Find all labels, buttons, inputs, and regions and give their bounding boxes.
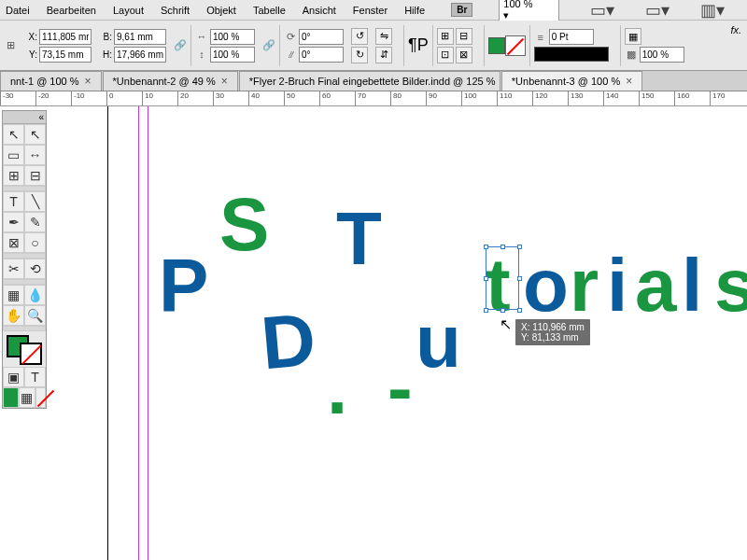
type-tool[interactable]: T bbox=[3, 191, 24, 212]
pen-tool[interactable]: ✒ bbox=[3, 212, 24, 232]
canvas-letter[interactable]: i bbox=[607, 243, 627, 329]
formatting-text-button[interactable]: T bbox=[24, 367, 46, 387]
apply-none-button[interactable] bbox=[35, 387, 46, 408]
height-input[interactable] bbox=[114, 47, 166, 63]
arrange-icon[interactable]: ▥▾ bbox=[700, 0, 725, 21]
rotate-input[interactable] bbox=[299, 29, 344, 45]
rotate-icon: ⟳ bbox=[284, 30, 297, 43]
gap-tool[interactable]: ↔ bbox=[24, 145, 46, 165]
apply-color-button[interactable] bbox=[3, 387, 19, 408]
canvas-letter[interactable]: a bbox=[635, 243, 677, 329]
fx-button[interactable]: fx. bbox=[730, 24, 741, 35]
align-button-2[interactable]: ⊟ bbox=[456, 28, 472, 45]
menu-objekt[interactable]: Objekt bbox=[206, 5, 236, 16]
canvas-letter[interactable]: - bbox=[388, 345, 413, 431]
y-input[interactable] bbox=[39, 47, 92, 63]
stroke-weight-icon: ≡ bbox=[534, 31, 547, 44]
menu-ansicht[interactable]: Ansicht bbox=[303, 5, 336, 16]
close-icon[interactable]: × bbox=[221, 75, 228, 88]
tab-4[interactable]: *Unbenannt-3 @ 100 %× bbox=[501, 71, 642, 91]
close-icon[interactable]: × bbox=[85, 75, 92, 88]
panel-collapse-icon[interactable]: « bbox=[3, 111, 46, 124]
coordinates-tooltip: X: 110,966 mmY: 81,133 mm bbox=[515, 319, 590, 345]
hand-tool[interactable]: ✋ bbox=[3, 305, 24, 326]
canvas-letter[interactable]: T bbox=[336, 196, 382, 282]
stroke-weight-input[interactable] bbox=[549, 29, 594, 45]
reference-point-icon[interactable]: ⊞ bbox=[4, 39, 17, 52]
canvas-letter[interactable]: r bbox=[570, 243, 599, 329]
tab-2[interactable]: *Unbenannt-2 @ 49 %× bbox=[103, 71, 238, 91]
rectangle-frame-tool[interactable]: ⊠ bbox=[3, 232, 24, 253]
menu-tabelle[interactable]: Tabelle bbox=[253, 5, 286, 16]
menu-fenster[interactable]: Fenster bbox=[353, 5, 388, 16]
selection-bounding-box[interactable] bbox=[486, 246, 519, 310]
shear-input[interactable] bbox=[299, 47, 344, 63]
canvas-letter[interactable]: s bbox=[714, 243, 747, 329]
scissors-tool[interactable]: ✂ bbox=[3, 259, 24, 279]
canvas-letter[interactable]: . bbox=[327, 345, 347, 431]
stroke-swatch[interactable] bbox=[505, 35, 526, 56]
pencil-tool[interactable]: ✎ bbox=[24, 212, 46, 232]
h-label: H: bbox=[99, 49, 112, 60]
transform-tool[interactable]: ⟲ bbox=[24, 259, 46, 279]
opacity-input[interactable] bbox=[640, 47, 684, 63]
flip-v-button[interactable]: ⇵ bbox=[375, 47, 392, 63]
w-label: B: bbox=[99, 32, 112, 42]
menu-layout[interactable]: Layout bbox=[113, 5, 144, 16]
stroke-style-select[interactable] bbox=[534, 47, 609, 62]
page-edge-guide bbox=[107, 106, 108, 560]
flip-h-button[interactable]: ⇋ bbox=[375, 28, 392, 45]
gradient-tool[interactable]: ▦ bbox=[3, 285, 24, 305]
align-button-4[interactable]: ⊠ bbox=[456, 47, 472, 63]
view-mode-icon[interactable]: ▭▾ bbox=[590, 0, 614, 21]
formatting-container-button[interactable]: ▣ bbox=[3, 367, 24, 387]
canvas-letter[interactable]: P bbox=[159, 243, 208, 329]
scale-y-input[interactable] bbox=[210, 47, 255, 63]
constrain-proportions-icon[interactable]: 🔗 bbox=[174, 39, 187, 52]
margin-guide[interactable] bbox=[138, 106, 139, 560]
page-tool[interactable]: ▭ bbox=[3, 145, 24, 165]
fill-stroke-control[interactable] bbox=[3, 331, 46, 367]
canvas[interactable]: PSD.T-utorials↖X: 110,966 mmY: 81,133 mm bbox=[0, 106, 747, 560]
menu-datei[interactable]: Datei bbox=[6, 5, 30, 16]
menu-hilfe[interactable]: Hilfe bbox=[404, 5, 425, 16]
canvas-letter[interactable]: D bbox=[258, 297, 319, 387]
paragraph-style-icon[interactable]: ¶P bbox=[408, 35, 429, 55]
menu-bearbeiten[interactable]: Bearbeiten bbox=[47, 5, 96, 16]
selection-tool[interactable]: ↖ bbox=[3, 124, 24, 145]
rotate-ccw-button[interactable]: ↺ bbox=[351, 28, 368, 45]
effects-button[interactable]: ▦ bbox=[625, 28, 641, 45]
bridge-button[interactable]: Br bbox=[451, 3, 472, 17]
canvas-letter[interactable]: S bbox=[219, 182, 269, 268]
direct-selection-tool[interactable]: ↖ bbox=[24, 124, 46, 145]
tools-panel: « ↖↖ ▭↔ ⊞⊟ T╲ ✒✎ ⊠○ ✂⟲ ▦💧 ✋🔍 ▣T ▦ bbox=[2, 110, 47, 409]
content-tool[interactable]: ⊞ bbox=[3, 165, 24, 186]
canvas-letter[interactable]: l bbox=[682, 243, 702, 329]
rotate-cw-button[interactable]: ↻ bbox=[351, 47, 368, 63]
link-scale-icon[interactable]: 🔗 bbox=[262, 39, 275, 52]
width-input[interactable] bbox=[114, 29, 166, 45]
screen-mode-icon[interactable]: ▭▾ bbox=[645, 0, 669, 21]
canvas-letter[interactable]: o bbox=[523, 243, 569, 329]
horizontal-ruler[interactable]: -30-20-100102030405060708090100110120130… bbox=[0, 91, 747, 106]
x-input[interactable] bbox=[39, 29, 92, 45]
zoom-tool[interactable]: 🔍 bbox=[24, 305, 46, 326]
tab-3[interactable]: *Flyer 2-Bruch Final eingebettete Bilder… bbox=[239, 71, 500, 91]
margin-guide[interactable] bbox=[148, 106, 148, 560]
line-tool[interactable]: ╲ bbox=[24, 191, 46, 212]
close-icon[interactable]: × bbox=[626, 75, 632, 88]
tab-1[interactable]: nnt-1 @ 100 %× bbox=[0, 71, 102, 91]
ellipse-tool[interactable]: ○ bbox=[24, 232, 46, 253]
eyedropper-tool[interactable]: 💧 bbox=[24, 285, 46, 305]
stroke-color-box[interactable] bbox=[20, 343, 42, 365]
align-button-3[interactable]: ⊡ bbox=[437, 47, 454, 63]
x-label: X: bbox=[24, 32, 37, 42]
align-button-1[interactable]: ⊞ bbox=[437, 28, 454, 45]
apply-gradient-button[interactable]: ▦ bbox=[19, 387, 35, 408]
canvas-letter[interactable]: u bbox=[416, 299, 461, 385]
opacity-icon: ▩ bbox=[625, 49, 638, 62]
menu-schrift[interactable]: Schrift bbox=[161, 5, 190, 16]
fill-swatch[interactable] bbox=[488, 37, 505, 54]
content-tool-2[interactable]: ⊟ bbox=[24, 165, 46, 186]
scale-x-input[interactable] bbox=[210, 29, 255, 45]
